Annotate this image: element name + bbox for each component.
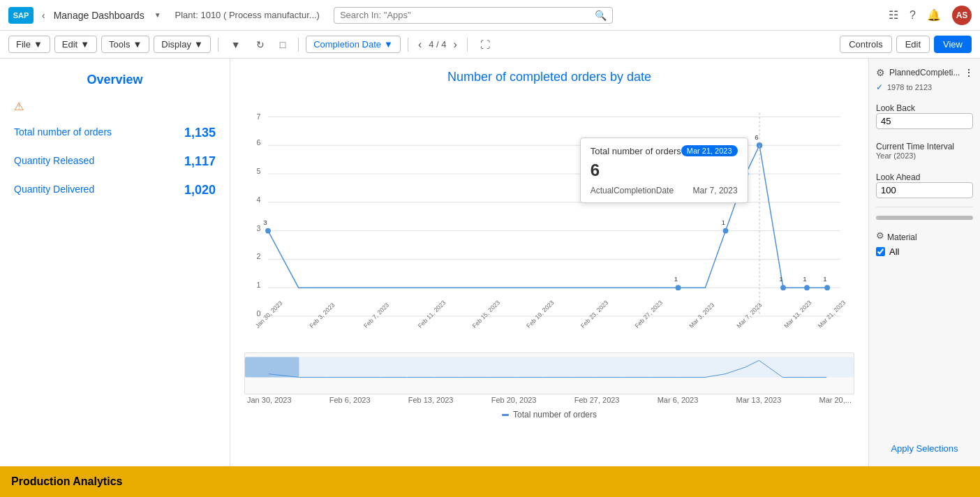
avatar[interactable]: AS bbox=[952, 6, 972, 25]
tools-chevron-icon: ▼ bbox=[133, 39, 142, 50]
next-page-icon[interactable]: › bbox=[451, 36, 460, 54]
all-label: All bbox=[889, 246, 899, 257]
back-icon[interactable]: ‹ bbox=[42, 10, 45, 21]
filter-more-icon[interactable]: ⋮ bbox=[964, 67, 974, 78]
svg-text:Feb 7, 2023: Feb 7, 2023 bbox=[362, 302, 390, 329]
mini-chart-svg bbox=[245, 353, 854, 381]
svg-text:1: 1 bbox=[823, 275, 826, 283]
mini-chart-labels: Jan 30, 2023 Feb 6, 2023 Feb 13, 2023 Fe… bbox=[244, 394, 854, 406]
file-menu[interactable]: File ▼ bbox=[8, 36, 50, 53]
tooltip-field-value: Mar 7, 2023 bbox=[693, 186, 738, 195]
svg-text:3: 3 bbox=[263, 218, 267, 226]
edit-button[interactable]: Edit bbox=[896, 36, 930, 53]
search-input[interactable] bbox=[340, 10, 595, 20]
help-icon[interactable]: ? bbox=[910, 9, 916, 22]
svg-text:Feb 19, 2023: Feb 19, 2023 bbox=[525, 299, 556, 329]
filter-icon[interactable]: ▼ bbox=[225, 36, 246, 53]
metric-row-delivered: Quantity Delivered 1,020 bbox=[14, 179, 216, 202]
top-nav: SAP ‹ Manage Dashboards ▼ Plant: 1010 ( … bbox=[0, 0, 980, 31]
display-chevron-icon: ▼ bbox=[194, 39, 203, 50]
prev-page-icon[interactable]: ‹ bbox=[415, 36, 424, 54]
tooltip-value: 6 bbox=[591, 161, 738, 180]
apply-section: Apply Selections bbox=[876, 439, 973, 458]
page-counter: 4 / 4 bbox=[429, 39, 446, 50]
look-back-label: Look Back bbox=[876, 103, 973, 113]
title-dropdown-icon[interactable]: ▼ bbox=[154, 11, 161, 19]
material-label: Material bbox=[887, 232, 917, 242]
year-range-row: ✓ 1978 to 2123 bbox=[876, 82, 973, 92]
completion-chevron-icon: ▼ bbox=[384, 39, 393, 50]
svg-point-23 bbox=[824, 285, 830, 290]
svg-text:Mar 21, 2023: Mar 21, 2023 bbox=[817, 299, 847, 329]
sap-logo: SAP bbox=[8, 7, 34, 24]
look-back-input[interactable] bbox=[876, 113, 973, 129]
metric-label-delivered: Quantity Delivered bbox=[14, 183, 94, 195]
svg-text:5: 5 bbox=[256, 167, 260, 175]
svg-text:1: 1 bbox=[803, 275, 806, 283]
tools-menu[interactable]: Tools ▼ bbox=[101, 36, 149, 53]
current-interval-section: Current Time Interval Year (2023) bbox=[876, 138, 973, 160]
svg-point-22 bbox=[804, 285, 810, 290]
svg-text:1: 1 bbox=[779, 275, 782, 283]
svg-text:Feb 11, 2023: Feb 11, 2023 bbox=[417, 299, 447, 329]
chart-tooltip: Total number of orders Mar 21, 2023 6 Ac… bbox=[580, 138, 748, 203]
controls-button[interactable]: Controls bbox=[840, 36, 891, 53]
svg-text:Feb 3, 2023: Feb 3, 2023 bbox=[308, 302, 336, 329]
refresh-icon[interactable]: ↻ bbox=[251, 36, 270, 53]
svg-point-17 bbox=[676, 285, 681, 290]
current-interval-value: Year (2023) bbox=[876, 151, 973, 160]
plant-info: Plant: 1010 ( Process manufactur...) bbox=[175, 10, 320, 20]
scroll-indicator bbox=[876, 216, 973, 220]
edit-menu[interactable]: Edit ▼ bbox=[54, 36, 97, 53]
svg-text:6: 6 bbox=[256, 138, 260, 147]
search-icon[interactable]: 🔍 bbox=[595, 10, 607, 21]
mini-label-1: Jan 30, 2023 bbox=[247, 396, 292, 404]
year-range-value: 1978 to 2123 bbox=[887, 83, 932, 91]
file-chevron-icon: ▼ bbox=[34, 39, 43, 50]
bottom-bar: Production Analytics bbox=[0, 466, 980, 497]
bell-icon[interactable]: 🔔 bbox=[927, 8, 941, 22]
display-menu[interactable]: Display ▼ bbox=[154, 36, 211, 53]
filter-title-row: ⚙ PlannedCompleti... ⋮ bbox=[876, 67, 973, 78]
view-button[interactable]: View bbox=[934, 36, 972, 53]
svg-text:Feb 23, 2023: Feb 23, 2023 bbox=[579, 299, 610, 329]
filter-title: PlannedCompleti... bbox=[889, 68, 960, 77]
mini-label-2: Feb 6, 2023 bbox=[329, 396, 371, 404]
search-bar: 🔍 bbox=[334, 7, 613, 24]
mini-label-4: Feb 20, 2023 bbox=[491, 396, 537, 404]
clear-icon[interactable]: □ bbox=[274, 36, 291, 53]
svg-text:Mar 3, 2023: Mar 3, 2023 bbox=[688, 302, 715, 329]
mini-label-7: Mar 13, 2023 bbox=[736, 396, 782, 404]
svg-text:Mar 13, 2023: Mar 13, 2023 bbox=[782, 299, 813, 329]
chart-container[interactable]: 0 1 2 3 4 5 6 7 bbox=[244, 96, 854, 347]
fullscreen-icon[interactable]: ⛶ bbox=[475, 36, 496, 53]
grid-icon[interactable]: ☷ bbox=[889, 8, 898, 22]
svg-text:1: 1 bbox=[256, 281, 260, 289]
svg-text:6: 6 bbox=[755, 133, 758, 141]
svg-rect-45 bbox=[245, 357, 854, 377]
overview-title: Overview bbox=[14, 73, 216, 87]
look-ahead-input[interactable] bbox=[876, 182, 973, 198]
legend-row: Total number of orders bbox=[244, 410, 854, 420]
separator-3 bbox=[408, 38, 408, 52]
all-checkbox[interactable] bbox=[876, 247, 885, 256]
svg-text:Mar 7, 2023: Mar 7, 2023 bbox=[735, 302, 763, 329]
mini-chart-area[interactable] bbox=[244, 353, 854, 394]
mini-label-8: Mar 20,... bbox=[819, 396, 852, 404]
metric-row-orders: Total number of orders 1,135 bbox=[14, 121, 216, 144]
apply-selections-button[interactable]: Apply Selections bbox=[876, 439, 973, 458]
svg-text:7: 7 bbox=[256, 112, 260, 121]
svg-point-16 bbox=[265, 228, 271, 234]
separator-2 bbox=[298, 38, 299, 52]
toolbar: File ▼ Edit ▼ Tools ▼ Display ▼ ▼ ↻ □ Co… bbox=[0, 31, 980, 59]
svg-point-18 bbox=[723, 228, 729, 234]
completion-date-button[interactable]: Completion Date ▼ bbox=[306, 36, 401, 53]
look-back-section: Look Back bbox=[876, 99, 973, 129]
svg-text:0: 0 bbox=[256, 309, 260, 318]
tooltip-header: Total number of orders Mar 21, 2023 bbox=[591, 145, 738, 156]
tooltip-field-label: ActualCompletionDate bbox=[591, 186, 674, 195]
current-interval-label: Current Time Interval bbox=[876, 142, 973, 151]
mini-label-3: Feb 13, 2023 bbox=[408, 396, 454, 404]
svg-text:3: 3 bbox=[256, 224, 260, 232]
chart-title: Number of completed orders by date bbox=[244, 70, 854, 84]
